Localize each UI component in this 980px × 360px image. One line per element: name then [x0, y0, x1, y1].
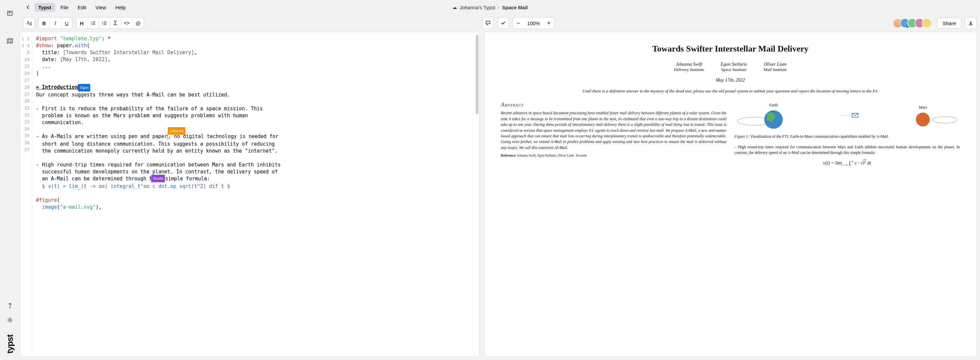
menu-edit[interactable]: Edit: [74, 3, 90, 12]
collaborator-avatars[interactable]: 2: [893, 18, 932, 28]
figure-caption: Figure 1: Visualization of the FTL Earth…: [735, 134, 960, 140]
zoom-in-button[interactable]: +: [543, 20, 554, 27]
cloud-icon: ☁: [452, 5, 457, 10]
font-picker[interactable]: Ag: [23, 17, 35, 29]
svg-point-17: [932, 117, 958, 123]
underline-button[interactable]: U: [61, 17, 72, 29]
figure: Earth Mars: [735, 101, 960, 130]
download-button[interactable]: [965, 17, 977, 29]
italic-button[interactable]: I: [50, 17, 61, 29]
preview-panel: Towards Swifter Interstellar Mail Delive…: [484, 32, 977, 357]
menubar: Typst File Edit View Help ☁ Johanna's Ty…: [20, 0, 980, 14]
line-gutter: 1 2 3 4 5 24 25 26 27 28 29 30 31 32 33 …: [20, 32, 32, 356]
svg-point-16: [737, 117, 772, 125]
breadcrumb-root[interactable]: Johanna's Typst: [460, 5, 495, 10]
toolbar: Ag B I U H 123 Σ <> @ − 100% +: [20, 14, 980, 32]
math-button[interactable]: Σ: [110, 17, 121, 29]
svg-rect-10: [104, 21, 107, 22]
breadcrumb-current[interactable]: Space Mail: [502, 5, 528, 10]
svg-rect-8: [92, 24, 95, 24]
abstract-column: Abstract Recent advances in space-based …: [501, 101, 727, 167]
svg-point-3: [91, 21, 92, 22]
svg-point-5: [91, 23, 92, 24]
avatar[interactable]: [922, 18, 932, 28]
author: Egon StellarisSpace Institute: [721, 62, 747, 72]
cursor-egon: Egon: [78, 84, 90, 92]
editor-panel[interactable]: 1 2 3 4 5 24 25 26 27 28 29 30 31 32 33 …: [20, 32, 479, 357]
text-style-group: B I U: [38, 17, 73, 29]
paper-notice: Until there is a definitive answer to th…: [521, 88, 940, 94]
svg-point-2: [9, 319, 11, 321]
abstract-text: Recent advances in space-based document …: [501, 110, 727, 151]
paper-date: May 17th, 2022: [501, 78, 960, 83]
mars-icon: [916, 113, 930, 127]
menu-file[interactable]: File: [57, 3, 72, 12]
bullet-list-button[interactable]: [88, 17, 99, 29]
orbit-icon: [932, 113, 958, 127]
paper-title: Towards Swifter Interstellar Mail Delive…: [501, 44, 960, 54]
insert-group: H 123 Σ <> @: [76, 17, 144, 29]
bold-button[interactable]: B: [39, 17, 50, 29]
reference-button[interactable]: @: [132, 17, 144, 29]
svg-rect-14: [104, 24, 107, 24]
svg-point-1: [10, 307, 10, 308]
code-button[interactable]: <>: [121, 17, 132, 29]
map-icon[interactable]: [3, 34, 16, 48]
left-rail: typst: [0, 0, 20, 360]
svg-text:3: 3: [102, 24, 103, 25]
panel-icon[interactable]: [3, 6, 16, 20]
heading-button[interactable]: H: [76, 17, 88, 29]
svg-point-7: [91, 24, 92, 25]
svg-rect-4: [92, 21, 95, 22]
zoom-group: − 100% +: [512, 17, 555, 29]
mail-icon: [840, 111, 859, 121]
figure-column: Earth Mars Figure 1: Visualization of th…: [735, 101, 960, 167]
svg-rect-6: [92, 23, 95, 23]
share-button[interactable]: Share: [937, 18, 961, 29]
editor-scrollbar[interactable]: [476, 35, 479, 114]
author: Johanna SwiftDelivery Institute: [674, 62, 704, 72]
numbered-list-button[interactable]: 123: [99, 17, 110, 29]
breadcrumb-sep: ›: [498, 5, 500, 10]
cursor-nicole: Nicole: [151, 175, 165, 182]
zoom-out-button[interactable]: −: [513, 20, 524, 27]
back-button[interactable]: [23, 5, 33, 10]
zoom-level: 100%: [524, 21, 543, 26]
formula: v(t) = limt→∞ ∫t∞ c · √t2 dt: [735, 160, 960, 167]
comment-button[interactable]: [482, 17, 494, 29]
authors-row: Johanna SwiftDelivery Institute Egon Ste…: [501, 62, 960, 72]
menu-typst[interactable]: Typst: [34, 3, 55, 12]
abstract-heading: Abstract: [501, 101, 727, 108]
menu-help[interactable]: Help: [111, 3, 129, 12]
settings-icon[interactable]: [3, 313, 16, 327]
svg-rect-12: [104, 23, 107, 23]
help-icon[interactable]: [3, 299, 16, 312]
code-editor[interactable]: #import "template.typ": * #show: paper.w…: [32, 32, 479, 356]
reference-line: Reference: Johanna Swift, Egon Stellaris…: [501, 153, 727, 158]
breadcrumb: ☁ Johanna's Typst › Space Mail: [452, 5, 528, 10]
menu-view[interactable]: View: [92, 3, 110, 12]
check-button[interactable]: [497, 17, 509, 29]
bullet-item: High round-trip times required for commu…: [735, 144, 960, 156]
cursor-johanna: Johanna: [168, 127, 185, 135]
typst-logo: typst: [5, 335, 15, 354]
orbit-icon: [736, 114, 773, 128]
author: Oliver LiamMail Institute: [764, 62, 787, 72]
